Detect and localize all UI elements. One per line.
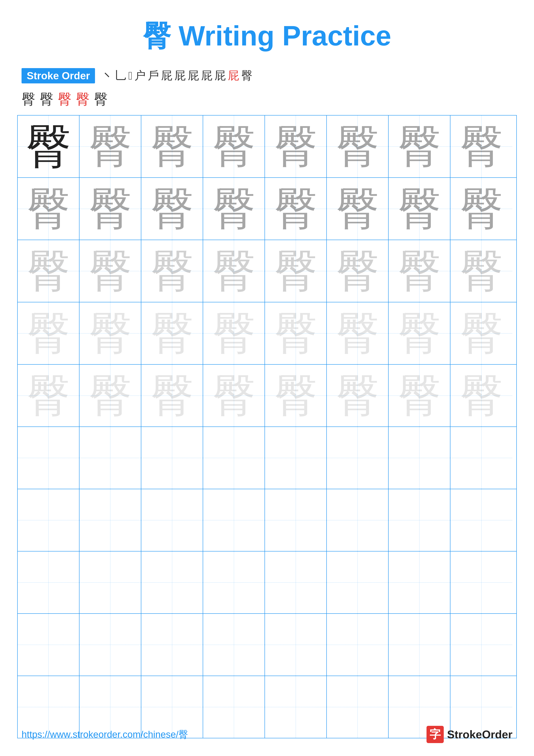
grid-row-3: 臀 臀 臀 臀 臀 臀 臀 臀 xyxy=(18,240,516,302)
char-3-5: 臀 xyxy=(274,250,317,293)
line2-stroke-4: 臀 xyxy=(76,90,89,109)
grid-cell-3-5[interactable]: 臀 xyxy=(265,240,327,302)
char-4-1: 臀 xyxy=(27,312,70,355)
grid-cell-1-3[interactable]: 臀 xyxy=(141,116,203,177)
char-2-1: 臀 xyxy=(27,187,70,230)
grid-cell-7-5[interactable] xyxy=(265,489,327,551)
grid-cell-9-8[interactable] xyxy=(450,614,512,676)
grid-cell-4-7[interactable]: 臀 xyxy=(389,302,450,364)
grid-cell-4-5[interactable]: 臀 xyxy=(265,302,327,364)
grid-cell-1-4[interactable]: 臀 xyxy=(203,116,265,177)
grid-cell-4-2[interactable]: 臀 xyxy=(80,302,141,364)
footer-logo-icon: 字 xyxy=(426,726,444,743)
char-1-2: 臀 xyxy=(89,125,132,168)
grid-cell-2-3[interactable]: 臀 xyxy=(141,178,203,240)
grid-cell-7-1[interactable] xyxy=(18,489,80,551)
grid-cell-9-5[interactable] xyxy=(265,614,327,676)
char-3-6: 臀 xyxy=(336,250,379,293)
char-2-8: 臀 xyxy=(460,187,503,230)
grid-cell-1-6[interactable]: 臀 xyxy=(327,116,389,177)
grid-cell-6-2[interactable] xyxy=(80,427,141,489)
grid-cell-5-5[interactable]: 臀 xyxy=(265,364,327,426)
char-1-5: 臀 xyxy=(274,125,317,168)
grid-cell-7-8[interactable] xyxy=(450,489,512,551)
grid-cell-5-7[interactable]: 臀 xyxy=(389,364,450,426)
grid-cell-8-6[interactable] xyxy=(327,552,389,613)
grid-cell-9-2[interactable] xyxy=(80,614,141,676)
grid-cell-3-2[interactable]: 臀 xyxy=(80,240,141,302)
grid-cell-8-5[interactable] xyxy=(265,552,327,613)
grid-cell-5-1[interactable]: 臀 xyxy=(18,364,80,426)
grid-cell-6-4[interactable] xyxy=(203,427,265,489)
grid-cell-6-7[interactable] xyxy=(389,427,450,489)
grid-cell-3-8[interactable]: 臀 xyxy=(450,240,512,302)
grid-cell-3-7[interactable]: 臀 xyxy=(389,240,450,302)
stroke-4: 户 xyxy=(135,68,146,83)
char-4-4: 臀 xyxy=(213,312,255,355)
grid-cell-8-3[interactable] xyxy=(141,552,203,613)
grid-cell-1-2[interactable]: 臀 xyxy=(80,116,141,177)
grid-cell-1-1[interactable]: 臀 xyxy=(18,116,80,177)
grid-cell-5-6[interactable]: 臀 xyxy=(327,364,389,426)
stroke-sequence: ㇔ ⺃ 𠃌 户 戶 屁 屁 屁 屁 屁 屁 臀 xyxy=(101,68,513,83)
grid-cell-9-3[interactable] xyxy=(141,614,203,676)
grid-cell-1-8[interactable]: 臀 xyxy=(450,116,512,177)
grid-cell-5-4[interactable]: 臀 xyxy=(203,364,265,426)
grid-cell-7-3[interactable] xyxy=(141,489,203,551)
grid-cell-5-3[interactable]: 臀 xyxy=(141,364,203,426)
char-2-2: 臀 xyxy=(89,187,132,230)
grid-cell-2-7[interactable]: 臀 xyxy=(389,178,450,240)
grid-cell-3-3[interactable]: 臀 xyxy=(141,240,203,302)
grid-cell-4-8[interactable]: 臀 xyxy=(450,302,512,364)
grid-cell-8-1[interactable] xyxy=(18,552,80,613)
grid-cell-8-7[interactable] xyxy=(389,552,450,613)
grid-cell-6-6[interactable] xyxy=(327,427,389,489)
grid-cell-2-4[interactable]: 臀 xyxy=(203,178,265,240)
grid-cell-1-7[interactable]: 臀 xyxy=(389,116,450,177)
grid-cell-9-1[interactable] xyxy=(18,614,80,676)
grid-cell-9-4[interactable] xyxy=(203,614,265,676)
grid-cell-6-5[interactable] xyxy=(265,427,327,489)
char-2-3: 臀 xyxy=(151,187,194,230)
grid-cell-7-6[interactable] xyxy=(327,489,389,551)
grid-cell-9-7[interactable] xyxy=(389,614,450,676)
grid-cell-1-5[interactable]: 臀 xyxy=(265,116,327,177)
grid-cell-4-4[interactable]: 臀 xyxy=(203,302,265,364)
grid-cell-2-1[interactable]: 臀 xyxy=(18,178,80,240)
grid-cell-6-8[interactable] xyxy=(450,427,512,489)
grid-cell-7-7[interactable] xyxy=(389,489,450,551)
grid-cell-6-1[interactable] xyxy=(18,427,80,489)
stroke-6: 屁 xyxy=(161,68,172,83)
line2-stroke-3: 臀 xyxy=(58,90,71,109)
grid-cell-8-4[interactable] xyxy=(203,552,265,613)
grid-cell-2-6[interactable]: 臀 xyxy=(327,178,389,240)
stroke-11: 屁 xyxy=(228,68,239,83)
grid-cell-4-3[interactable]: 臀 xyxy=(141,302,203,364)
grid-cell-5-2[interactable]: 臀 xyxy=(80,364,141,426)
stroke-3: 𠃌 xyxy=(128,69,132,82)
stroke-order-badge: Stroke Order xyxy=(21,68,95,83)
grid-row-6 xyxy=(18,427,516,489)
grid-cell-3-1[interactable]: 臀 xyxy=(18,240,80,302)
grid-cell-4-6[interactable]: 臀 xyxy=(327,302,389,364)
char-5-6: 臀 xyxy=(336,374,379,417)
grid-cell-5-8[interactable]: 臀 xyxy=(450,364,512,426)
grid-cell-4-1[interactable]: 臀 xyxy=(18,302,80,364)
grid-cell-2-5[interactable]: 臀 xyxy=(265,178,327,240)
grid-cell-2-2[interactable]: 臀 xyxy=(80,178,141,240)
grid-cell-8-8[interactable] xyxy=(450,552,512,613)
grid-cell-8-2[interactable] xyxy=(80,552,141,613)
grid-cell-3-4[interactable]: 臀 xyxy=(203,240,265,302)
char-5-1: 臀 xyxy=(27,374,70,417)
grid-cell-7-2[interactable] xyxy=(80,489,141,551)
grid-cell-6-3[interactable] xyxy=(141,427,203,489)
char-5-4: 臀 xyxy=(213,374,255,417)
char-3-2: 臀 xyxy=(89,250,132,293)
footer: https://www.strokeorder.com/chinese/臀 字 … xyxy=(0,726,534,743)
grid-cell-7-4[interactable] xyxy=(203,489,265,551)
grid-cell-2-8[interactable]: 臀 xyxy=(450,178,512,240)
line2-stroke-5: 臀 xyxy=(94,90,108,109)
stroke-5: 戶 xyxy=(148,68,159,83)
grid-cell-3-6[interactable]: 臀 xyxy=(327,240,389,302)
grid-cell-9-6[interactable] xyxy=(327,614,389,676)
